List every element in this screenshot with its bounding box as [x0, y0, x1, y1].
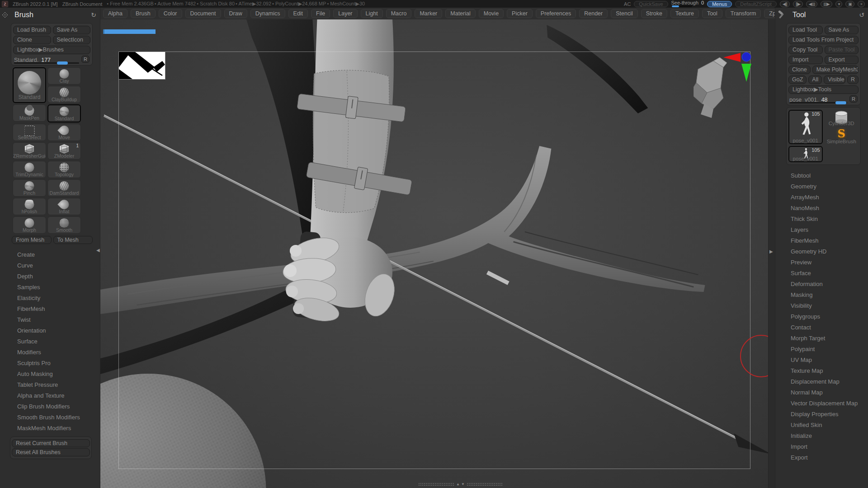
scroll-strip-left[interactable] — [418, 483, 454, 486]
menu-alpha[interactable]: Alpha — [103, 9, 127, 18]
brush-section-curve[interactable]: Curve — [0, 260, 100, 271]
brush-thumb-smooth[interactable]: Smooth — [47, 216, 81, 234]
tool-section-unified-skin[interactable]: Unified Skin — [775, 420, 868, 431]
brush-section-elasticity[interactable]: Elasticity — [0, 293, 100, 304]
brush-section-clip-brush-modifiers[interactable]: Clip Brush Modifiers — [0, 401, 100, 412]
alpha-preview-thumbnail[interactable] — [118, 52, 165, 80]
tool-section-layers[interactable]: Layers — [775, 225, 868, 235]
export-tool-button[interactable]: Export — [825, 56, 859, 64]
tool-section-vector-displacement-map[interactable]: Vector Displacement Map — [775, 398, 868, 409]
import-tool-button[interactable]: Import — [788, 56, 823, 64]
brush-section-twist[interactable]: Twist — [0, 314, 100, 325]
menu-dynamics[interactable]: Dynamics — [250, 9, 285, 18]
restore-config-icon[interactable]: ↻ — [91, 11, 96, 19]
brush-section-tablet-pressure[interactable]: Tablet Pressure — [0, 380, 100, 390]
menu-draw[interactable]: Draw — [224, 9, 247, 18]
tool-section-polygroups[interactable]: Polygroups — [775, 311, 868, 322]
tool-section-displacement-map[interactable]: Displacement Map — [775, 376, 868, 387]
menu-transform[interactable]: Transform — [726, 9, 761, 18]
menu-render[interactable]: Render — [579, 9, 608, 18]
goz-button[interactable]: GoZ — [788, 75, 807, 84]
tool-section-geometry[interactable]: Geometry — [775, 181, 868, 192]
brush-thumb-standard[interactable]: Standard — [47, 104, 81, 122]
reset-all-brushes-button[interactable]: Reset All Brushes — [12, 448, 90, 456]
brush-section-create[interactable]: Create — [0, 249, 100, 260]
brush-section-sculptris-pro[interactable]: Sculptris Pro — [0, 358, 100, 369]
brush-slider-reset-button[interactable]: R — [81, 56, 90, 63]
tool-slider-handle[interactable] — [835, 101, 846, 104]
brush-thumb-pinch[interactable]: Pinch — [13, 179, 46, 197]
brush-section-modifiers[interactable]: Modifiers — [0, 347, 100, 358]
brush-section-fibermesh[interactable]: FiberMesh — [0, 304, 100, 314]
menu-texture[interactable]: Texture — [670, 9, 699, 18]
tool-section-preview[interactable]: Preview — [775, 257, 868, 268]
menu-marker[interactable]: Marker — [415, 9, 442, 18]
tool-section-surface[interactable]: Surface — [775, 268, 868, 279]
scroll-down-icon[interactable]: ▼ — [461, 482, 465, 486]
to-mesh-button[interactable]: To Mesh — [53, 236, 93, 244]
brush-thumb-standard[interactable]: Standard — [13, 67, 46, 103]
menu-macro[interactable]: Macro — [386, 9, 412, 18]
menu-stroke[interactable]: Stroke — [641, 9, 667, 18]
brush-thumb-inflat[interactable]: Inflat — [47, 198, 81, 215]
make-polymesh3d-button[interactable]: Make PolyMesh3D — [812, 66, 859, 74]
tool-section-import[interactable]: Import — [775, 441, 868, 452]
save-brush-as-button[interactable]: Save As — [53, 26, 91, 34]
lightbox-brushes-button[interactable]: Lightbox▶Brushes — [13, 46, 90, 54]
menu-tool[interactable]: Tool — [702, 9, 722, 18]
goz-visible-button[interactable]: Visible — [824, 75, 845, 84]
tool-section-initialize[interactable]: Initialize — [775, 431, 868, 441]
restore-icon[interactable]: ▣ — [845, 1, 854, 7]
viewport[interactable]: ▲ ▼ ▶ — [100, 19, 775, 488]
axis-gizmo[interactable] — [693, 49, 753, 118]
brush-thumb-selectrect[interactable]: SelectRect — [13, 124, 46, 141]
brush-section-orientation[interactable]: Orientation — [0, 325, 100, 336]
save-tool-as-button[interactable]: Save As — [825, 26, 859, 34]
menu-preferences[interactable]: Preferences — [536, 9, 576, 18]
brush-section-auto-masking[interactable]: Auto Masking — [0, 369, 100, 380]
menu-stencil[interactable]: Stencil — [611, 9, 638, 18]
tool-section-visibility[interactable]: Visibility — [775, 300, 868, 311]
scroll-strip-right[interactable] — [467, 483, 503, 486]
load-tools-from-project-button[interactable]: Load Tools From Project — [788, 36, 859, 44]
copy-tool-button[interactable]: Copy Tool — [788, 46, 823, 54]
tool-section-polypaint[interactable]: Polypaint — [775, 344, 868, 355]
default-zscript-button[interactable]: DefaultZScript — [735, 1, 777, 7]
close-icon[interactable]: × — [858, 1, 865, 7]
menu-document[interactable]: Document — [185, 9, 221, 18]
load-tool-button[interactable]: Load Tool — [788, 26, 823, 34]
tool-section-contact[interactable]: Contact — [775, 322, 868, 333]
brush-section-samples[interactable]: Samples — [0, 282, 100, 293]
minimize-icon[interactable]: ▾ — [835, 1, 843, 7]
tool-thumb-pose_v001[interactable]: 105pose_v001 — [788, 146, 823, 162]
tool-thumb-cylinder3d[interactable]: Cylinder3D — [825, 110, 859, 126]
from-mesh-button[interactable]: From Mesh — [12, 236, 52, 244]
menu-edit[interactable]: Edit — [288, 9, 308, 18]
see-through-track[interactable] — [671, 5, 692, 7]
menu-file[interactable]: File — [311, 9, 330, 18]
brush-thumb-claybuildup[interactable]: ClayBuildup — [47, 86, 81, 103]
clone-brush-button[interactable]: Clone — [13, 36, 51, 44]
tool-section-deformation[interactable]: Deformation — [775, 279, 868, 290]
tool-section-arraymesh[interactable]: ArrayMesh — [775, 192, 868, 203]
brush-slider-track[interactable] — [14, 62, 79, 64]
reset-current-brush-button[interactable]: Reset Current Brush — [12, 439, 90, 447]
tool-thumb-pose_v001[interactable]: 105pose_v001 — [788, 110, 823, 144]
tool-section-fibermesh[interactable]: FiberMesh — [775, 235, 868, 246]
tool-section-thick-skin[interactable]: Thick Skin — [775, 214, 868, 225]
collapse-left-tray-icon[interactable]: ◀ — [96, 248, 868, 253]
goz-all-button[interactable]: All — [808, 75, 822, 84]
see-through-handle[interactable] — [672, 5, 679, 7]
scrub-right-icon[interactable]: |||▶ — [793, 1, 803, 7]
menu-material[interactable]: Material — [445, 9, 475, 18]
tool-section-subtool[interactable]: Subtool — [775, 170, 868, 181]
menus-toggle-button[interactable]: Menus — [707, 1, 732, 7]
tool-thumb-simplebrush[interactable]: SSimpleBrush — [825, 128, 859, 144]
goz-r-button[interactable]: R — [847, 75, 859, 84]
tool-section-display-properties[interactable]: Display Properties — [775, 409, 868, 420]
doc-nav-right-icon[interactable]: ▤▶ — [821, 1, 832, 7]
tool-section-export[interactable]: Export — [775, 452, 868, 463]
brush-thumb-hpolish[interactable]: hPolish — [13, 198, 46, 215]
tool-section-normal-map[interactable]: Normal Map — [775, 387, 868, 398]
tool-section-texture-map[interactable]: Texture Map — [775, 366, 868, 376]
